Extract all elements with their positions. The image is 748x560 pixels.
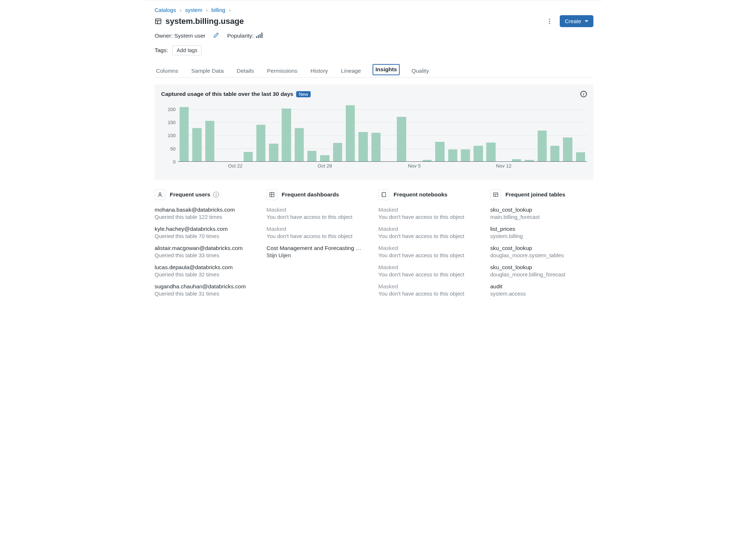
chart-bar[interactable] bbox=[358, 132, 367, 161]
chart-bar[interactable] bbox=[205, 121, 214, 161]
list-item[interactable]: MaskedYou don't have access to this obje… bbox=[378, 226, 482, 239]
chart-bar[interactable] bbox=[333, 143, 342, 161]
breadcrumb-link[interactable]: billing bbox=[211, 7, 225, 13]
list-item[interactable]: Cost Management and Forecasting …Stijn U… bbox=[266, 245, 370, 258]
chart-bar[interactable] bbox=[525, 160, 534, 161]
list-item[interactable]: sugandha.chauhan@databricks.comQueried t… bbox=[155, 283, 258, 297]
y-tick: 150 bbox=[168, 119, 176, 125]
list-item[interactable]: sku_cost_lookupdouglas_moore.system_tabl… bbox=[490, 245, 593, 258]
chart-bar[interactable] bbox=[423, 160, 432, 161]
chevron-right-icon: › bbox=[206, 7, 208, 13]
chart-bar[interactable] bbox=[192, 128, 201, 161]
chart-bar[interactable] bbox=[371, 133, 381, 162]
list-item-primary: lucas.depaula@databricks.com bbox=[155, 264, 258, 271]
tab-history[interactable]: History bbox=[309, 64, 329, 78]
list-item-primary: sugandha.chauhan@databricks.com bbox=[155, 283, 258, 290]
tab-lineage[interactable]: Lineage bbox=[340, 64, 362, 78]
list-item-secondary: You don't have access to this object bbox=[378, 233, 482, 239]
list-item[interactable]: sku_cost_lookupdouglas_moore.billing_for… bbox=[490, 264, 593, 277]
chart-bar[interactable] bbox=[576, 152, 585, 161]
chart-bar[interactable] bbox=[256, 125, 265, 161]
chart-bar[interactable] bbox=[295, 128, 304, 161]
list-item-secondary: system.billing bbox=[490, 233, 593, 239]
list-item-secondary: You don't have access to this object bbox=[378, 290, 482, 297]
add-tags-button[interactable]: Add tags bbox=[172, 45, 202, 55]
chart-bar[interactable] bbox=[397, 117, 406, 161]
list-item-secondary: Stijn Uijen bbox=[266, 252, 370, 258]
breadcrumb-link[interactable]: system bbox=[185, 7, 202, 13]
chart-bar[interactable] bbox=[282, 109, 291, 161]
chart-bar[interactable] bbox=[563, 137, 572, 161]
tab-sample-data[interactable]: Sample Data bbox=[190, 64, 225, 78]
list-item-primary: sku_cost_lookup bbox=[490, 207, 593, 213]
chart-bar[interactable] bbox=[512, 159, 521, 161]
breadcrumb: Catalogs › system › billing › bbox=[155, 7, 593, 13]
card-title: Frequent users bbox=[170, 191, 210, 198]
page-title: system.billing.usage bbox=[165, 17, 244, 26]
popularity-icon bbox=[256, 33, 263, 38]
list-item-secondary: Queried this table 70 times bbox=[155, 233, 258, 239]
list-item[interactable]: mohana.basak@databricks.comQueried this … bbox=[155, 207, 258, 220]
list-item[interactable]: MaskedYou don't have access to this obje… bbox=[266, 226, 370, 239]
list-item[interactable]: kyle.hachey@databricks.comQueried this t… bbox=[155, 226, 258, 239]
chevron-down-icon bbox=[585, 20, 588, 22]
svg-rect-14 bbox=[493, 193, 498, 197]
create-button[interactable]: Create bbox=[560, 15, 593, 27]
table-icon bbox=[490, 189, 501, 200]
list-item[interactable]: list_pricessystem.billing bbox=[490, 226, 593, 239]
list-item[interactable]: MaskedYou don't have access to this obje… bbox=[378, 207, 482, 220]
tab-columns[interactable]: Columns bbox=[155, 64, 180, 78]
list-item-secondary: system.access bbox=[490, 290, 593, 297]
chart-bar[interactable] bbox=[486, 143, 495, 161]
chart-bar[interactable] bbox=[307, 151, 316, 161]
list-item[interactable]: auditsystem.access bbox=[490, 283, 593, 297]
chart-bar[interactable] bbox=[550, 146, 559, 161]
chart-bar[interactable] bbox=[435, 142, 444, 161]
list-item-primary: Cost Management and Forecasting … bbox=[266, 245, 370, 251]
tab-permissions[interactable]: Permissions bbox=[265, 64, 299, 78]
chart-bar[interactable] bbox=[320, 155, 329, 161]
list-item[interactable]: alistair.macgowan@databricks.comQueried … bbox=[155, 245, 258, 258]
list-item-primary: sku_cost_lookup bbox=[490, 245, 593, 251]
list-item-secondary: Queried this table 32 times bbox=[155, 271, 258, 277]
tabs: ColumnsSample DataDetailsPermissionsHist… bbox=[155, 64, 593, 78]
list-item-primary: Masked bbox=[378, 226, 482, 232]
chart-bar[interactable] bbox=[474, 146, 483, 161]
chart-bar[interactable] bbox=[180, 107, 189, 161]
info-icon[interactable]: i bbox=[580, 91, 587, 97]
chart-bar[interactable] bbox=[269, 144, 278, 161]
list-item-secondary: Queried this table 31 times bbox=[155, 290, 258, 297]
info-icon[interactable]: i bbox=[213, 192, 219, 198]
list-item[interactable]: MaskedYou don't have access to this obje… bbox=[266, 207, 370, 220]
chart-bar[interactable] bbox=[461, 149, 470, 161]
chart-bar[interactable] bbox=[244, 152, 253, 161]
list-item-primary: alistair.macgowan@databricks.com bbox=[155, 245, 258, 251]
edit-owner-icon[interactable] bbox=[213, 32, 219, 39]
x-tick: Oct 29 bbox=[318, 163, 332, 169]
list-item[interactable]: MaskedYou don't have access to this obje… bbox=[378, 245, 482, 258]
tab-quality[interactable]: Quality bbox=[410, 64, 430, 78]
y-tick: 0 bbox=[173, 159, 176, 165]
chart-bar[interactable] bbox=[448, 149, 457, 161]
breadcrumb-link[interactable]: Catalogs bbox=[155, 7, 176, 13]
chart-bar[interactable] bbox=[346, 105, 355, 161]
frequent-joins-card: Frequent joined tables sku_cost_lookupma… bbox=[490, 189, 593, 302]
owner-field: Owner: System user bbox=[155, 33, 205, 39]
owner-label: Owner: bbox=[155, 33, 173, 39]
list-item[interactable]: lucas.depaula@databricks.comQueried this… bbox=[155, 264, 258, 277]
card-title: Frequent notebooks bbox=[394, 191, 447, 198]
more-actions-button[interactable] bbox=[545, 16, 555, 26]
list-item-primary: sku_cost_lookup bbox=[490, 264, 593, 271]
chart-bar[interactable] bbox=[538, 131, 547, 161]
tab-details[interactable]: Details bbox=[235, 64, 255, 78]
svg-point-3 bbox=[549, 18, 550, 20]
list-item[interactable]: MaskedYou don't have access to this obje… bbox=[378, 264, 482, 277]
popularity-field: Popularity: bbox=[227, 33, 262, 39]
y-tick: 50 bbox=[171, 146, 176, 151]
list-item[interactable]: MaskedYou don't have access to this obje… bbox=[378, 283, 482, 297]
frequent-notebooks-card: Frequent notebooks MaskedYou don't have … bbox=[378, 189, 482, 302]
svg-rect-10 bbox=[382, 192, 386, 197]
list-item-primary: Masked bbox=[378, 207, 482, 213]
list-item[interactable]: sku_cost_lookupmain.billing_forecast bbox=[490, 207, 593, 220]
tab-insights[interactable]: Insights bbox=[373, 64, 400, 75]
